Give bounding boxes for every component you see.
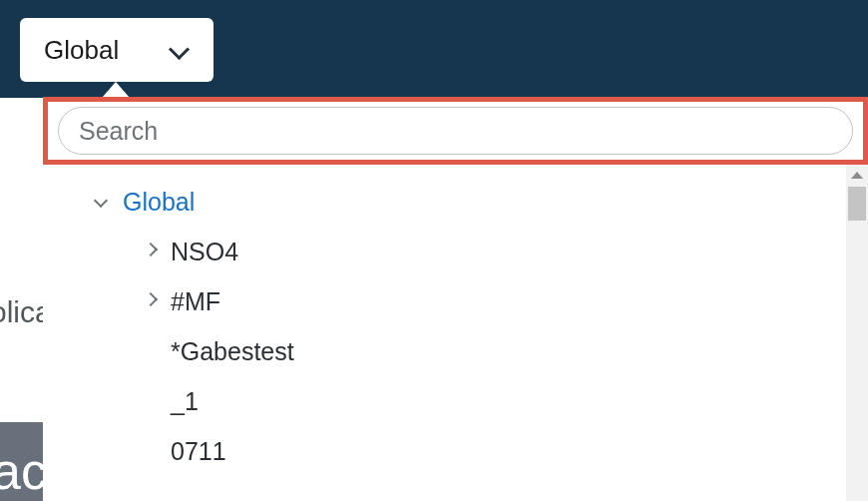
tree-node-label: 0711 [171, 437, 226, 466]
scope-dropdown-panel: Global NSO4 #MF *Gabestest _1 0711 [43, 97, 868, 501]
scrollbar-up-arrow-icon[interactable] [846, 165, 868, 185]
tree-node-nso4[interactable]: NSO4 [43, 227, 868, 276]
scope-tree: Global NSO4 #MF *Gabestest _1 0711 [43, 165, 868, 501]
scope-tree-viewport[interactable]: Global NSO4 #MF *Gabestest _1 0711 [43, 165, 868, 501]
tree-node-label: Global [123, 188, 195, 217]
chevron-right-icon[interactable] [139, 289, 163, 313]
tree-node-gabestest[interactable]: *Gabestest [43, 326, 868, 376]
tree-node-0711[interactable]: 0711 [43, 426, 868, 476]
tree-node-global[interactable]: Global [43, 177, 868, 227]
chevron-right-icon[interactable] [139, 240, 163, 263]
tree-node-label: _1 [171, 387, 199, 416]
dropdown-pointer-icon [102, 82, 130, 98]
chevron-down-icon [168, 38, 192, 62]
background-band-text: ac [0, 441, 47, 501]
scrollbar-thumb[interactable] [848, 187, 866, 221]
chevron-down-icon[interactable] [91, 190, 115, 214]
scope-selector-label: Global [44, 35, 168, 66]
top-bar: Global [0, 0, 868, 98]
tree-node-label: NSO4 [171, 238, 238, 266]
tree-node-label: *Gabestest [171, 337, 294, 366]
search-input[interactable] [58, 107, 853, 155]
search-highlight-box [43, 97, 868, 165]
scrollbar-track[interactable] [846, 165, 868, 501]
scope-selector-button[interactable]: Global [20, 18, 214, 82]
tree-node-label: #MF [171, 287, 220, 316]
tree-node-underscore1[interactable]: _1 [43, 376, 868, 426]
tree-node-mf[interactable]: #MF [43, 276, 868, 326]
